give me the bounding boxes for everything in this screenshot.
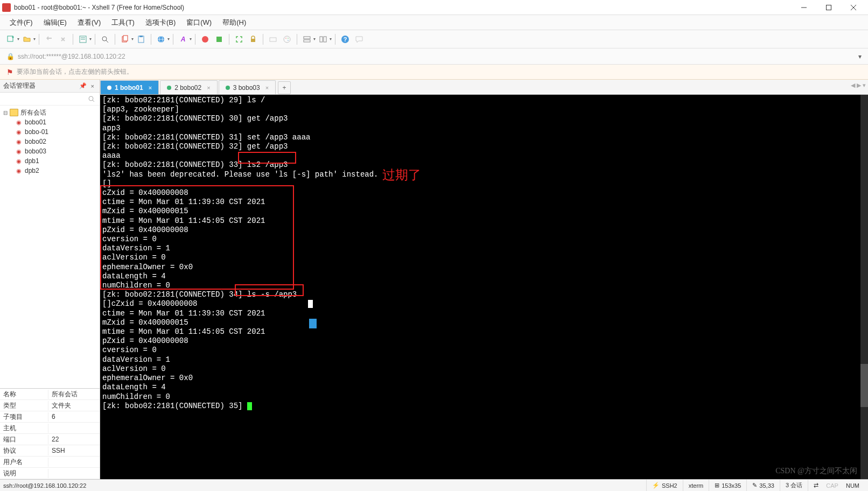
minimize-button[interactable] [792,0,816,15]
menu-view[interactable]: 查看(V) [72,16,106,30]
status-bar: ssh://root@192.168.100.120:22 ⚡SSH2 xter… [0,479,868,491]
new-tab-button[interactable]: + [278,81,291,94]
font-icon[interactable]: A [177,33,190,46]
svg-line-11 [106,40,108,43]
cursor-icon: ✎ [752,482,757,489]
disconnect-icon[interactable] [57,33,69,46]
address-bar[interactable]: 🔒 ssh://root:******@192.168.100.120:22 ▾ [0,48,868,65]
tree-session[interactable]: bobo03 [0,146,100,156]
sidebar-close-icon[interactable]: × [91,83,94,89]
session-icon [15,148,23,155]
sidebar-header: 会话管理器 📌 × [0,80,100,93]
collapse-icon[interactable]: ⊟ [3,110,10,116]
tab-close-icon[interactable]: × [207,85,210,91]
hint-text: 要添加当前会话，点击左侧的箭头按钮。 [17,67,133,76]
record-icon[interactable] [199,33,212,46]
tree-session[interactable]: dpb2 [0,166,100,176]
lock-icon[interactable] [247,33,260,46]
tree-root[interactable]: ⊟ 所有会话 [0,108,100,117]
terminal[interactable]: [zk: bobo02:2181(CONNECTED) 29] ls /[app… [100,95,868,479]
tile-vert-icon[interactable] [317,33,330,46]
tab-close-icon[interactable]: × [265,85,269,91]
menu-edit[interactable]: 编辑(E) [38,16,72,30]
scrollbar[interactable] [860,95,868,479]
menu-help[interactable]: 帮助(H) [217,16,251,30]
app-icon [2,3,11,12]
prop-row: 说明 [0,468,100,479]
svg-rect-30 [324,37,326,42]
svg-rect-21 [251,39,255,42]
tab-bobo01[interactable]: 1 bobo01× [100,80,159,94]
address-text: ssh://root:******@192.168.100.120:22 [18,53,125,60]
titlebar: bobo01 - root@bobo01:~ - Xshell 7 (Free … [0,0,868,15]
folder-icon [10,109,18,116]
svg-rect-29 [320,37,323,42]
find-icon[interactable] [99,33,111,46]
help-icon[interactable]: ? [339,33,352,46]
prop-row: 协议SSH [0,445,100,457]
cursor-mark [308,300,313,308]
new-folder-icon[interactable] [20,33,33,46]
menu-file[interactable]: 文件(F) [4,16,38,30]
close-button[interactable] [841,0,866,15]
tile-horiz-icon[interactable] [300,33,313,46]
stop-icon[interactable] [213,33,226,46]
globe-icon[interactable] [155,33,167,46]
properties-panel: 名称所有会话 类型文件夹 子项目6 主机 端口22 协议SSH 用户名 说明 [0,388,100,479]
grid-icon: ⊞ [715,482,719,489]
svg-point-10 [102,37,107,41]
svg-rect-22 [270,38,276,41]
chat-icon[interactable] [353,33,366,46]
address-dropdown-icon[interactable]: ▾ [858,53,862,60]
sidebar-search[interactable] [0,93,100,106]
svg-rect-1 [827,5,831,10]
tree-session[interactable]: bobo01 [0,117,100,127]
menu-window[interactable]: 窗口(W) [181,16,217,30]
tab-bar: 1 bobo01× 2 bobo02× 3 bobo03× + ◀ ▶ ▾ [100,80,868,95]
keyboard-icon[interactable] [267,33,279,46]
tabs-scroll-buttons[interactable]: ◀ ▶ ▾ [851,82,866,89]
copy-icon[interactable] [118,33,131,46]
pin-icon[interactable]: 📌 [79,82,87,89]
prop-row: 子项目6 [0,411,100,423]
scrollbar-thumb[interactable] [860,364,868,407]
tab-bobo02[interactable]: 2 bobo02× [160,80,218,94]
svg-point-33 [89,96,93,101]
status-size: ⊞153x35 [709,480,746,491]
tab-bobo03[interactable]: 3 bobo03× [219,80,276,94]
tab-close-icon[interactable]: × [149,85,152,91]
svg-point-25 [288,38,289,39]
properties-icon[interactable] [76,33,89,46]
session-tree: ⊟ 所有会话 bobo01 bobo-01 bobo02 bobo03 dpb1… [0,106,100,388]
svg-rect-13 [123,36,128,41]
session-icon [15,157,23,165]
tree-session[interactable]: bobo02 [0,137,100,146]
flag-icon: ⚑ [6,68,13,76]
new-session-icon[interactable] [4,33,17,46]
prop-row: 端口22 [0,434,100,445]
doc-glyph-icon [309,319,317,328]
session-icon [15,138,23,145]
fullscreen-icon[interactable] [233,33,246,46]
svg-line-34 [93,100,94,102]
prop-row: 名称所有会话 [0,389,100,400]
reconnect-icon[interactable] [43,33,55,46]
status-ssh: ⚡SSH2 [646,480,683,491]
window-title: bobo01 - root@bobo01:~ - Xshell 7 (Free … [14,4,792,11]
tree-session[interactable]: bobo-01 [0,127,100,137]
prop-row: 类型文件夹 [0,400,100,411]
menu-tools[interactable]: 工具(T) [106,16,140,30]
menubar: 文件(F) 编辑(E) 查看(V) 工具(T) 选项卡(B) 窗口(W) 帮助(… [0,15,868,30]
tree-session[interactable]: dpb1 [0,156,100,166]
svg-rect-15 [139,36,143,37]
prop-row: 主机 [0,423,100,434]
paste-icon[interactable] [135,33,148,46]
palette-icon[interactable] [281,33,293,46]
plug-icon: ⚡ [652,482,660,489]
prop-row: 用户名 [0,457,100,468]
arrows-icon: ⇄ [814,482,818,489]
menu-tabs[interactable]: 选项卡(B) [140,16,181,30]
maximize-button[interactable] [816,0,841,15]
session-icon [15,167,23,174]
svg-rect-20 [216,37,222,42]
